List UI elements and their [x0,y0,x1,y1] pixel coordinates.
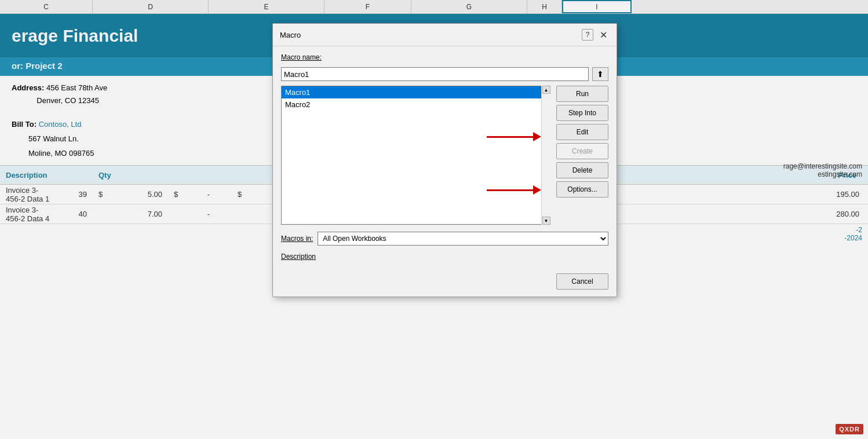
macro-name-icon-button[interactable]: ⬆ [592,67,608,81]
arrow-to-delete [487,185,541,195]
dialog-titlebar: Macro ? ✕ [273,24,617,46]
dialog-help-button[interactable]: ? [582,29,593,41]
edit-button[interactable]: Edit [556,124,608,140]
macro-dialog: Macro ? ✕ Macro name: ⬆ Macro1 Macro2 [272,23,617,297]
step-into-button[interactable]: Step Into [556,105,608,121]
macro-name-row: ⬆ [281,67,608,81]
cancel-button[interactable]: Cancel [556,273,608,290]
main-area: Macro1 Macro2 ▲ ▼ Run Step Into Edit Cre… [281,86,608,225]
scrollbar: ▲ ▼ [541,86,550,225]
macros-in-row: Macros in: All Open Workbooks This Workb… [281,232,608,246]
dialog-footer: Cancel [273,269,617,297]
macro-list-item-macro1[interactable]: Macro1 [282,86,550,98]
description-label: Description [281,253,608,261]
macro-name-label: Macro name: [281,53,608,61]
dialog-button-column: Run Step Into Edit Create Delete Options… [556,86,608,225]
dialog-title: Macro [280,31,301,39]
dialog-titlebar-buttons: ? ✕ [582,28,610,41]
create-button[interactable]: Create [556,143,608,159]
options-button[interactable]: Options... [556,181,608,197]
macros-in-label: Macros in: [281,235,313,243]
delete-button[interactable]: Delete [556,162,608,178]
scroll-down-button[interactable]: ▼ [542,217,550,225]
macro-name-input[interactable] [281,67,589,81]
scroll-up-button[interactable]: ▲ [542,86,550,94]
macro-list-item-macro2[interactable]: Macro2 [282,98,550,111]
arrow-to-edit [487,132,541,141]
dialog-body: Macro name: ⬆ Macro1 Macro2 ▲ ▼ [273,46,617,269]
dialog-close-button[interactable]: ✕ [597,28,610,41]
run-button[interactable]: Run [556,86,608,102]
macro-list[interactable]: Macro1 Macro2 [281,86,550,225]
macros-in-select[interactable]: All Open Workbooks This Workbook Persona… [318,232,608,246]
macro-list-container: Macro1 Macro2 ▲ ▼ [281,86,550,225]
